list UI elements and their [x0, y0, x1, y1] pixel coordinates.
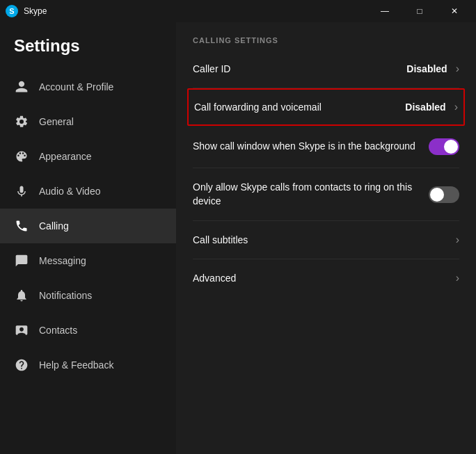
titlebar-title: Skype — [24, 6, 47, 16]
sidebar: Settings Account & Profile General — [0, 22, 176, 454]
skype-logo-icon: S — [6, 5, 18, 17]
only-allow-row[interactable]: Only allow Skype calls from contacts to … — [193, 168, 459, 221]
caller-id-label: Caller ID — [193, 63, 406, 74]
call-forwarding-value: Disabled — [405, 102, 445, 113]
content-area: CALLING SETTINGS Caller ID Disabled › Ca… — [176, 22, 476, 454]
messaging-icon — [14, 253, 29, 268]
notifications-icon — [14, 288, 29, 303]
calling-icon — [14, 218, 29, 234]
call-subtitles-right: › — [456, 234, 459, 246]
sidebar-item-contacts[interactable]: Contacts — [0, 313, 176, 348]
sidebar-item-audio-video[interactable]: Audio & Video — [0, 174, 176, 209]
sidebar-label-help: Help & Feedback — [39, 359, 113, 371]
advanced-right: › — [456, 272, 459, 284]
advanced-row[interactable]: Advanced › — [193, 259, 459, 297]
section-label: CALLING SETTINGS — [193, 36, 459, 44]
sidebar-item-general[interactable]: General — [0, 104, 176, 139]
minimize-button[interactable]: — — [369, 0, 401, 22]
app-container: Settings Account & Profile General — [0, 22, 476, 454]
caller-id-value: Disabled — [406, 63, 447, 74]
sidebar-item-account[interactable]: Account & Profile — [0, 70, 176, 104]
advanced-label: Advanced — [193, 273, 456, 284]
only-allow-toggle[interactable] — [429, 186, 459, 203]
help-icon — [14, 357, 29, 373]
sidebar-title: Settings — [0, 36, 176, 70]
maximize-button[interactable]: □ — [404, 0, 436, 22]
sidebar-label-appearance: Appearance — [39, 151, 92, 162]
only-allow-label: Only allow Skype calls from contacts to … — [193, 181, 429, 208]
general-icon — [14, 114, 29, 129]
call-forwarding-right: Disabled › — [405, 101, 458, 113]
call-forwarding-label: Call forwarding and voicemail — [194, 102, 405, 113]
sidebar-label-general: General — [39, 116, 74, 127]
call-forwarding-chevron-icon: › — [454, 101, 458, 113]
sidebar-item-messaging[interactable]: Messaging — [0, 243, 176, 278]
show-call-window-toggle-knob — [444, 140, 458, 154]
sidebar-item-notifications[interactable]: Notifications — [0, 278, 176, 313]
sidebar-label-account: Account & Profile — [39, 81, 113, 92]
call-subtitles-chevron-icon: › — [456, 234, 459, 246]
only-allow-toggle-knob — [430, 188, 444, 202]
appearance-icon — [14, 149, 29, 164]
show-call-window-label: Show call window when Skype is in the ba… — [193, 140, 429, 154]
caller-id-chevron-icon: › — [456, 63, 459, 75]
sidebar-label-notifications: Notifications — [39, 290, 92, 301]
sidebar-label-messaging: Messaging — [39, 255, 86, 266]
titlebar-left: S Skype — [6, 5, 47, 17]
sidebar-item-calling[interactable]: Calling — [0, 209, 176, 243]
close-button[interactable]: ✕ — [438, 0, 470, 22]
audio-video-icon — [14, 184, 29, 199]
show-call-window-row[interactable]: Show call window when Skype is in the ba… — [193, 126, 459, 168]
caller-id-right: Disabled › — [406, 63, 459, 75]
advanced-chevron-icon: › — [456, 272, 459, 284]
sidebar-item-help[interactable]: Help & Feedback — [0, 348, 176, 382]
call-subtitles-label: Call subtitles — [193, 234, 456, 245]
call-subtitles-row[interactable]: Call subtitles › — [193, 221, 459, 259]
account-icon — [14, 79, 29, 95]
sidebar-label-contacts: Contacts — [39, 325, 77, 336]
contacts-icon — [14, 323, 29, 338]
sidebar-label-calling: Calling — [39, 220, 69, 232]
titlebar-controls: — □ ✕ — [369, 0, 470, 22]
caller-id-row[interactable]: Caller ID Disabled › — [193, 50, 459, 88]
sidebar-item-appearance[interactable]: Appearance — [0, 139, 176, 174]
call-forwarding-row[interactable]: Call forwarding and voicemail Disabled › — [187, 88, 465, 126]
sidebar-label-audio-video: Audio & Video — [39, 186, 100, 197]
titlebar: S Skype — □ ✕ — [0, 0, 476, 22]
show-call-window-toggle[interactable] — [429, 138, 459, 155]
